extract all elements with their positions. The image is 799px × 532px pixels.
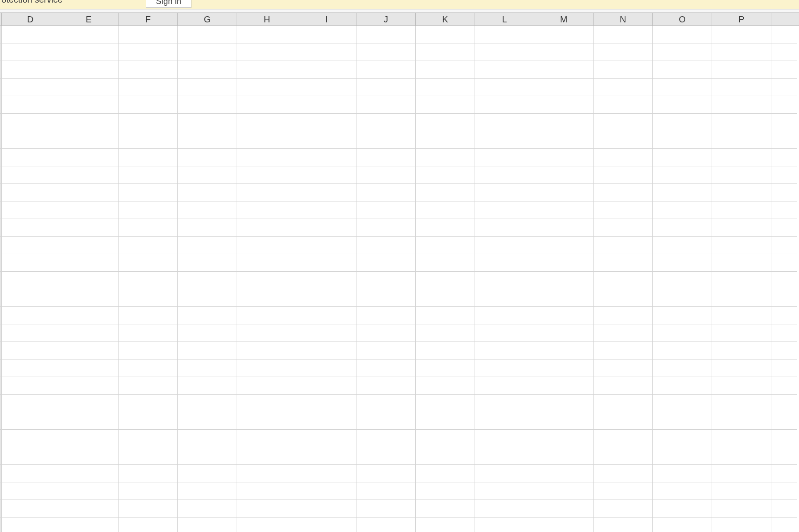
grid-cell[interactable] [416, 289, 475, 307]
column-header-d[interactable]: D [2, 13, 59, 25]
grid-cell[interactable] [59, 447, 119, 465]
grid-cell[interactable] [416, 114, 475, 131]
grid-cell[interactable] [653, 184, 712, 201]
grid-cell[interactable] [475, 272, 534, 289]
grid-cell[interactable] [594, 184, 653, 201]
grid-cell[interactable] [237, 237, 297, 254]
grid-cell[interactable] [771, 289, 797, 307]
column-header-h[interactable]: H [237, 13, 297, 25]
grid-cell[interactable] [2, 201, 59, 219]
grid-cell[interactable] [356, 307, 416, 324]
grid-cell[interactable] [771, 26, 797, 43]
grid-cell[interactable] [416, 482, 475, 500]
column-header-q[interactable] [771, 13, 797, 25]
grid-cell[interactable] [178, 79, 237, 96]
grid-cell[interactable] [356, 465, 416, 482]
grid-cell[interactable] [475, 377, 534, 395]
grid-cell[interactable] [771, 377, 797, 395]
grid-cell[interactable] [771, 359, 797, 377]
grid-cell[interactable] [59, 79, 119, 96]
grid-cell[interactable] [2, 61, 59, 79]
grid-cell[interactable] [119, 237, 178, 254]
grid-cell[interactable] [594, 131, 653, 149]
grid-cell[interactable] [297, 359, 356, 377]
grid-cell[interactable] [178, 307, 237, 324]
grid-cell[interactable] [712, 26, 771, 43]
grid-cell[interactable] [2, 114, 59, 131]
grid-cell[interactable] [119, 359, 178, 377]
grid-cell[interactable] [178, 131, 237, 149]
grid-cell[interactable] [594, 219, 653, 237]
grid-cell[interactable] [297, 219, 356, 237]
grid-cell[interactable] [712, 61, 771, 79]
grid-cell[interactable] [534, 324, 594, 342]
column-header-m[interactable]: M [534, 13, 594, 25]
grid-cell[interactable] [59, 324, 119, 342]
grid-cell[interactable] [712, 166, 771, 184]
column-header-i[interactable]: I [297, 13, 356, 25]
grid-cell[interactable] [297, 43, 356, 61]
grid-cell[interactable] [59, 201, 119, 219]
grid-cell[interactable] [712, 289, 771, 307]
grid-cell[interactable] [534, 465, 594, 482]
grid-cell[interactable] [653, 149, 712, 166]
grid-cell[interactable] [2, 377, 59, 395]
grid-cell[interactable] [594, 342, 653, 359]
grid-cell[interactable] [2, 412, 59, 430]
sign-in-button[interactable]: Sign in [146, 0, 191, 8]
grid-cell[interactable] [771, 272, 797, 289]
grid-cell[interactable] [2, 272, 59, 289]
grid-cell[interactable] [653, 219, 712, 237]
grid-cell[interactable] [475, 184, 534, 201]
grid-cell[interactable] [416, 500, 475, 518]
grid-cell[interactable] [356, 342, 416, 359]
grid-cell[interactable] [297, 447, 356, 465]
grid-cell[interactable] [594, 237, 653, 254]
grid-cell[interactable] [237, 272, 297, 289]
grid-cell[interactable] [119, 96, 178, 114]
grid-cell[interactable] [653, 166, 712, 184]
grid-cell[interactable] [59, 359, 119, 377]
grid-cell[interactable] [237, 518, 297, 532]
grid-cell[interactable] [475, 324, 534, 342]
grid-cell[interactable] [653, 342, 712, 359]
grid-cell[interactable] [594, 465, 653, 482]
grid-cell[interactable] [178, 447, 237, 465]
grid-cell[interactable] [297, 412, 356, 430]
grid-cell[interactable] [771, 131, 797, 149]
grid-cell[interactable] [59, 219, 119, 237]
grid-cell[interactable] [2, 430, 59, 447]
grid-cell[interactable] [475, 79, 534, 96]
grid-cell[interactable] [653, 131, 712, 149]
grid-cell[interactable] [771, 465, 797, 482]
grid-cell[interactable] [237, 500, 297, 518]
grid-cell[interactable] [356, 289, 416, 307]
grid-cell[interactable] [534, 272, 594, 289]
grid-cell[interactable] [2, 237, 59, 254]
grid-cell[interactable] [416, 26, 475, 43]
grid-cell[interactable] [119, 166, 178, 184]
grid-cell[interactable] [119, 342, 178, 359]
grid-cell[interactable] [416, 377, 475, 395]
grid-cell[interactable] [178, 237, 237, 254]
grid-cell[interactable] [712, 131, 771, 149]
grid-cell[interactable] [119, 289, 178, 307]
grid-cell[interactable] [416, 149, 475, 166]
grid-cell[interactable] [771, 237, 797, 254]
grid-cell[interactable] [297, 149, 356, 166]
grid-cell[interactable] [594, 254, 653, 272]
grid-cell[interactable] [653, 518, 712, 532]
grid-cell[interactable] [416, 61, 475, 79]
grid-cell[interactable] [2, 500, 59, 518]
grid-cell[interactable] [712, 272, 771, 289]
grid-cell[interactable] [119, 43, 178, 61]
grid-cell[interactable] [771, 307, 797, 324]
grid-cell[interactable] [178, 412, 237, 430]
grid-cell[interactable] [771, 324, 797, 342]
grid-cell[interactable] [594, 412, 653, 430]
grid-cell[interactable] [712, 184, 771, 201]
grid-cell[interactable] [771, 79, 797, 96]
grid-cell[interactable] [356, 79, 416, 96]
grid-cell[interactable] [178, 359, 237, 377]
grid-cell[interactable] [2, 465, 59, 482]
